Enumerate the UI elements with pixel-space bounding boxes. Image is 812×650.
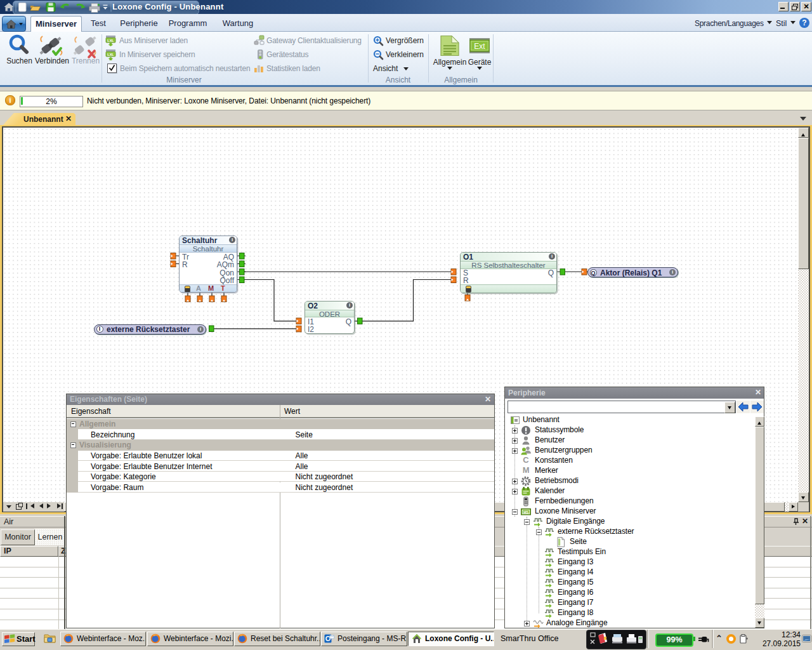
- svg-text:LXL: LXL: [107, 39, 114, 43]
- svg-text:LXL: LXL: [107, 53, 114, 56]
- svg-text:Ext: Ext: [474, 42, 485, 51]
